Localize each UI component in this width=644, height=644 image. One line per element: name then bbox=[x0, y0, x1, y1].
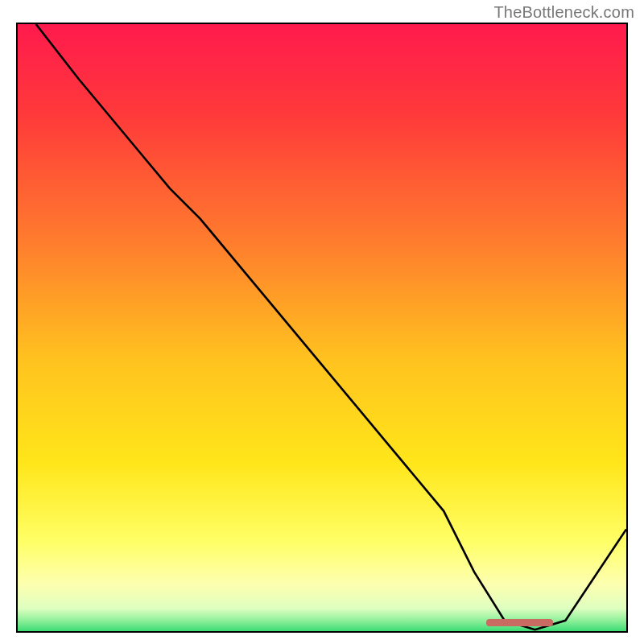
watermark-text: TheBottleneck.com bbox=[493, 3, 634, 22]
chart-curve bbox=[18, 24, 626, 633]
optimal-range-marker bbox=[486, 619, 553, 626]
chart-frame bbox=[16, 23, 628, 633]
